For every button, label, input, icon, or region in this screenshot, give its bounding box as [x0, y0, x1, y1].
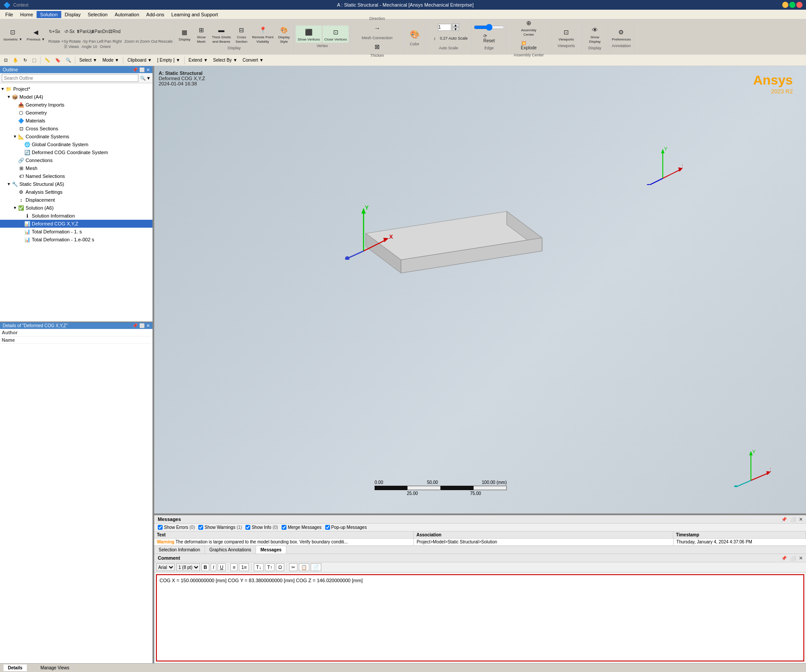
- tb-close-vertices[interactable]: ⊡ Close Vertices: [323, 26, 349, 43]
- details-pin-btn[interactable]: 📌: [132, 323, 137, 328]
- tb-explode[interactable]: 💥 Explode: [521, 39, 537, 52]
- tb-remote-point[interactable]: 📍 Remote PointVisibility: [250, 23, 275, 45]
- messages-controls[interactable]: 📌 ⬜ ✕: [780, 517, 802, 522]
- comment-pin-btn[interactable]: 📌: [781, 556, 787, 561]
- tb-show-display[interactable]: 👁 ShowDisplay: [587, 23, 603, 45]
- tree-item-connections[interactable]: 🔗 Connections: [0, 156, 152, 164]
- tab-selection-info[interactable]: Selection Information: [154, 546, 205, 554]
- tb-show-vertices[interactable]: ⬛ Show Vertices: [296, 26, 322, 43]
- statusbar-details-tab[interactable]: Details: [4, 665, 27, 671]
- tb-display[interactable]: ▦ Display: [177, 26, 193, 43]
- tb-rotate-sx-plus[interactable]: ↻+Sx: [48, 25, 62, 38]
- outline-search-input[interactable]: [2, 74, 138, 82]
- tree-item-deformed_cog_cs[interactable]: 🔄 Deformed COG Coordinate System: [0, 148, 152, 156]
- tree-item-total_def_2[interactable]: 📊 Total Deformation - 1.e-002 s: [0, 236, 152, 244]
- menu-selection[interactable]: Selection: [84, 11, 111, 18]
- tree-expand-analysis_settings[interactable]: [12, 189, 18, 195]
- tree-item-cross_sections[interactable]: ⊡ Cross Sections: [0, 125, 152, 133]
- comment-text-area[interactable]: COG X = 150.000000000 [mm] COG Y = 83.38…: [156, 574, 804, 661]
- bold-btn[interactable]: B: [201, 563, 209, 571]
- cut-btn[interactable]: ✂: [289, 563, 297, 571]
- tb-pan-up[interactable]: ⬆PanUp: [78, 25, 92, 38]
- filter-warnings-cb[interactable]: [198, 525, 203, 530]
- tree-expand-coordinate_systems[interactable]: ▼: [12, 134, 18, 139]
- tree-item-project[interactable]: ▼ 📁 Project*: [0, 85, 152, 93]
- filter-info[interactable]: Show Info (0): [245, 525, 278, 530]
- messages-close-btn[interactable]: ✕: [799, 517, 802, 522]
- tree-expand-total_def_1[interactable]: [19, 229, 24, 234]
- scale-down-btn[interactable]: ▼: [452, 27, 459, 31]
- tree-item-materials[interactable]: 🔷 Materials: [0, 117, 152, 125]
- outline-pin-btn[interactable]: 📌: [132, 67, 137, 72]
- tree-item-model_a4[interactable]: ▼ 📦 Model (A4): [0, 93, 152, 101]
- messages-float-btn[interactable]: ⬜: [790, 517, 795, 522]
- tb-isometric[interactable]: ⊡ Isometric ▼: [2, 26, 24, 43]
- tb2-zoom-fit[interactable]: ⊡: [2, 57, 10, 63]
- menu-addons[interactable]: Add-ons: [143, 11, 168, 18]
- outline-panel-controls[interactable]: 📌 ⬜ ✕: [130, 67, 150, 72]
- tab-graphics-annotations[interactable]: Graphics Annotations: [205, 546, 256, 554]
- tree-expand-solution_a6[interactable]: ▼: [12, 205, 18, 210]
- filter-popup-cb[interactable]: [325, 525, 330, 530]
- tb-preferences[interactable]: ⚙ Preferences: [610, 26, 632, 43]
- tree-item-total_def_1[interactable]: 📊 Total Deformation - 1. s: [0, 228, 152, 236]
- filter-info-cb[interactable]: [245, 525, 250, 530]
- tb-auto-scale[interactable]: ↕ 0.27 Auto Scale: [427, 32, 469, 45]
- tb-viewports[interactable]: ⊡ Viewports: [557, 26, 576, 43]
- tree-expand-model_a4[interactable]: ▼: [6, 94, 11, 100]
- bullet-list-btn[interactable]: ≡: [230, 563, 238, 571]
- tree-expand-mesh[interactable]: [12, 166, 18, 171]
- comment-close-btn[interactable]: ✕: [799, 556, 802, 561]
- tab-messages[interactable]: Messages: [256, 546, 286, 554]
- copy-btn[interactable]: 📋: [299, 563, 309, 571]
- tb2-mode-btn[interactable]: Mode ▼: [100, 57, 121, 63]
- tree-item-solution_a6[interactable]: ▼ ✅ Solution (A6): [0, 204, 152, 212]
- font-select[interactable]: Arial: [156, 563, 175, 571]
- tb-thick-shells[interactable]: ▬ Thick Shellsand Beams: [210, 23, 233, 45]
- filter-merge-cb[interactable]: [282, 525, 286, 530]
- paste-btn[interactable]: 📄: [311, 563, 321, 571]
- tree-item-static_structural[interactable]: ▼ 🔧 Static Structural (A5): [0, 180, 152, 188]
- tb-random[interactable]: ⚄Rnd: [108, 25, 122, 38]
- tb-pan-down[interactable]: ⬇PanDn: [93, 25, 107, 38]
- tb-show-mesh[interactable]: ⊞ ShowMesh: [193, 23, 209, 45]
- tb2-extend[interactable]: Extend ▼: [186, 57, 210, 63]
- tb2-rotate[interactable]: ↻: [21, 57, 29, 63]
- tb-rotate-sx-minus[interactable]: ↺-Sx: [63, 25, 77, 38]
- tb2-empty[interactable]: [ Empty ] ▼: [155, 57, 182, 63]
- menu-automation[interactable]: Automation: [111, 11, 143, 18]
- tb-cross-section[interactable]: ⊟ CrossSection: [234, 23, 249, 45]
- scale-input[interactable]: [438, 24, 451, 31]
- tb2-probe[interactable]: 🔍: [63, 57, 73, 63]
- statusbar-manage-views-tab[interactable]: Manage Views: [36, 665, 74, 671]
- canvas-viewport[interactable]: Ansys 2023 R2 A: Static Structural Defor…: [154, 66, 806, 513]
- filter-warnings[interactable]: Show Warnings (1): [198, 525, 242, 530]
- tree-item-analysis_settings[interactable]: ⚙ Analysis Settings: [0, 188, 152, 196]
- close-button[interactable]: [796, 2, 802, 8]
- tree-item-global_cs[interactable]: 🌐 Global Coordinate System: [0, 140, 152, 148]
- tree-item-mesh[interactable]: ⊞ Mesh: [0, 164, 152, 172]
- tree-item-coordinate_systems[interactable]: ▼ 📐 Coordinate Systems: [0, 133, 152, 140]
- tree-expand-static_structural[interactable]: ▼: [6, 181, 11, 187]
- special-char-btn[interactable]: Ω: [276, 563, 284, 571]
- window-controls[interactable]: [782, 2, 802, 8]
- menu-learning[interactable]: Learning and Support: [168, 11, 222, 18]
- tb2-pan[interactable]: ✋: [11, 57, 20, 63]
- tb2-select-btn[interactable]: Select ▼: [77, 57, 99, 63]
- tb2-convert[interactable]: Convert ▼: [241, 57, 266, 63]
- tb-direction[interactable]: →: [369, 22, 385, 35]
- scale-up-btn[interactable]: ▲: [452, 23, 459, 27]
- tree-item-geometry[interactable]: ⬡ Geometry: [0, 109, 152, 117]
- edge-slider[interactable]: [474, 24, 505, 31]
- tree-item-deformed_cog[interactable]: 📊 Deformed COG X,Y,Z: [0, 220, 152, 228]
- italic-btn[interactable]: I: [211, 563, 216, 571]
- numbered-list-btn[interactable]: 1≡: [239, 563, 249, 571]
- tree-expand-cross_sections[interactable]: [12, 126, 18, 131]
- tree-expand-connections[interactable]: [12, 158, 18, 163]
- subscript-btn[interactable]: T↓: [254, 563, 264, 571]
- tb2-annotate[interactable]: 🔖: [53, 57, 63, 63]
- tree-expand-displacement[interactable]: [12, 197, 18, 203]
- superscript-btn[interactable]: T↑: [265, 563, 275, 571]
- tree-item-displacement[interactable]: ↕ Displacement: [0, 196, 152, 204]
- tree-expand-geometry[interactable]: [12, 110, 18, 115]
